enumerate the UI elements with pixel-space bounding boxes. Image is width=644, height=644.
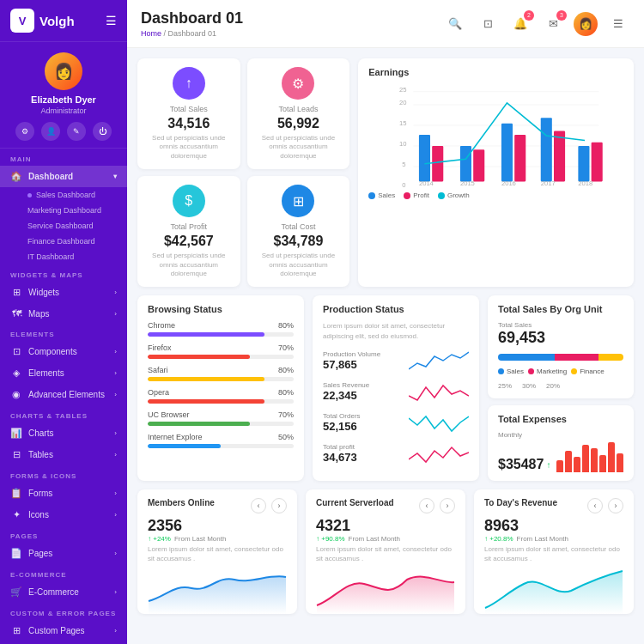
sidebar-item-charts[interactable]: 📊 Charts ›	[0, 422, 127, 444]
sidebar-item-tables[interactable]: ⊟ Tables ›	[0, 444, 127, 465]
sidebar-item-ecommerce[interactable]: 🛒 E-Commerce ›	[0, 581, 127, 603]
svg-rect-18	[514, 135, 526, 182]
user-icon[interactable]: 👤	[41, 122, 60, 141]
edit-icon[interactable]: ✎	[67, 122, 86, 141]
prev-button[interactable]: ‹	[419, 498, 434, 513]
total-sales-icon: ↑	[173, 67, 205, 100]
legend-profit: Profit	[404, 191, 429, 199]
sidebar-item-maps[interactable]: 🗺 Maps ›	[0, 303, 127, 324]
middle-row: Browsing Status Chrome80% Firefox70%	[137, 295, 634, 481]
breadcrumb-home[interactable]: Home	[141, 29, 161, 38]
legend-dot-sales	[368, 192, 375, 199]
chevron-right-icon: ›	[114, 451, 117, 459]
safari-bar	[148, 377, 294, 381]
expenses-label: Monthly	[498, 431, 623, 439]
next-button[interactable]: ›	[440, 498, 455, 513]
svg-rect-15	[579, 146, 590, 181]
adv-elements-icon: ◉	[10, 389, 22, 400]
chevron-right-icon: ›	[114, 348, 117, 355]
members-growth: ↑ +24%	[148, 535, 171, 543]
sidebar-item-icons[interactable]: ✦ Icons ›	[0, 504, 127, 526]
avatar: 👩	[45, 52, 82, 90]
server-desc: Lorem ipsum dolor sit amet, consectetur …	[316, 545, 455, 563]
browsing-card: Browsing Status Chrome80% Firefox70%	[137, 295, 304, 481]
svg-text:2014: 2014	[419, 179, 434, 187]
total-sales-desc: Sed ut perspiciatis unde omnis accusanti…	[148, 134, 230, 161]
power-icon[interactable]: ⏻	[93, 122, 112, 141]
maps-icon: 🗺	[10, 308, 22, 319]
org-total-label: Total Sales	[498, 321, 623, 329]
chevron-right-icon: ›	[114, 550, 117, 557]
page-title: Dashboard 01	[141, 9, 443, 27]
total-sales-label: Total Sales	[170, 105, 208, 113]
page-header: Dashboard 01 Home / Dashboard 01 🔍 ⊡ 🔔 2…	[127, 0, 644, 48]
dot-icon	[27, 193, 32, 197]
sidebar-item-service[interactable]: Service Dashboard	[0, 218, 127, 234]
message-button[interactable]: ✉ 3	[541, 12, 565, 36]
sidebar-item-widgets[interactable]: ⊞ Widgets ›	[0, 282, 127, 303]
chevron-right-icon: ›	[114, 588, 117, 596]
chevron-right-icon: ›	[114, 289, 117, 296]
members-desc: Lorem ipsum dolor sit amet, consectetur …	[148, 545, 287, 563]
sidebar-item-forms[interactable]: 📋 Forms ›	[0, 483, 127, 504]
stat-card-total-leads: ⚙ Total Leads 56,992 Sed ut perspiciatis…	[247, 58, 350, 169]
members-value: 2356	[148, 517, 287, 535]
earnings-svg: 0 5 10 15 20 25	[368, 84, 623, 187]
browser-ie: Internet Explore50%	[148, 433, 294, 448]
total-cost-desc: Sed ut perspiciatis unde omnis accusanti…	[258, 252, 340, 278]
earnings-title: Earnings	[368, 67, 623, 77]
svg-text:2016: 2016	[501, 179, 516, 187]
sidebar-item-label: Elements	[28, 368, 64, 378]
header-actions: 🔍 ⊡ 🔔 2 ✉ 3 👩 ☰	[443, 12, 630, 36]
settings-icon[interactable]: ⚙	[15, 122, 34, 141]
prod-stat-profit: Total profit 34,673	[323, 440, 469, 466]
org-legend-sales: Sales	[498, 368, 524, 375]
expenses-title: Total Expenses	[498, 414, 623, 424]
sidebar: V Volgh ☰ 👩 Elizabeth Dyer Administrator…	[0, 0, 127, 644]
total-cost-icon: ⊞	[282, 185, 314, 217]
org-bar	[498, 354, 623, 361]
sidebar-item-pages[interactable]: 📄 Pages ›	[0, 543, 127, 564]
sidebar-item-elements[interactable]: ◈ Elements ›	[0, 362, 127, 384]
bottom-card-members: Members Online ‹ › 2356 ↑ +24% From Last…	[137, 489, 297, 614]
sidebar-item-advanced-elements[interactable]: ◉ Advanced Elements ›	[0, 384, 127, 405]
menu-icon[interactable]: ☰	[606, 12, 630, 36]
prod-stat-orders: Total Orders 52,156	[323, 410, 469, 435]
revenue-title: To Day's Revenue	[484, 498, 557, 507]
opera-bar	[148, 399, 294, 404]
org-bar-marketing	[555, 354, 598, 361]
chevron-right-icon: ›	[114, 429, 117, 437]
sidebar-item-label: Tables	[28, 450, 53, 459]
chrome-bar	[148, 332, 294, 337]
fullscreen-button[interactable]: ⊡	[476, 12, 500, 36]
legend-growth: Growth	[438, 191, 470, 199]
sidebar-item-custom-pages[interactable]: ⊞ Custom Pages ›	[0, 620, 127, 641]
sidebar-item-sales-dashboard[interactable]: Sales Dashboard	[0, 187, 127, 203]
hamburger-icon[interactable]: ☰	[106, 14, 117, 27]
sidebar-item-label: Widgets	[28, 288, 59, 297]
prev-button[interactable]: ‹	[587, 498, 603, 513]
next-button[interactable]: ›	[608, 498, 623, 513]
sub-item-label: IT Dashboard	[27, 252, 74, 261]
search-button[interactable]: 🔍	[443, 12, 467, 36]
next-button[interactable]: ›	[271, 498, 287, 513]
tables-icon: ⊟	[10, 449, 22, 460]
sidebar-item-label: Charts	[28, 428, 53, 438]
user-avatar[interactable]: 👩	[574, 12, 598, 36]
sidebar-item-dashboard[interactable]: 🏠 Dashboard ▾	[0, 166, 127, 187]
sparkline-orders	[409, 410, 469, 435]
sidebar-item-marketing[interactable]: Marketing Dashboard	[0, 203, 127, 218]
sidebar-item-finance[interactable]: Finance Dashboard	[0, 234, 127, 249]
svg-text:10: 10	[399, 140, 406, 148]
notification-button[interactable]: 🔔 2	[508, 12, 532, 36]
sidebar-item-components[interactable]: ⊡ Components ›	[0, 341, 127, 362]
org-legend: Sales Marketing Finance	[498, 368, 623, 375]
svg-rect-20	[592, 143, 603, 182]
section-charts-title: CHARTS & TABLES	[0, 405, 127, 422]
sidebar-item-it[interactable]: IT Dashboard	[0, 249, 127, 264]
section-widgets-title: WIDGETS & MAPS	[0, 264, 127, 282]
prev-button[interactable]: ‹	[251, 498, 266, 513]
stat-card-total-sales: ↑ Total Sales 34,516 Sed ut perspiciatis…	[137, 58, 240, 169]
section-forms-title: FORMS & ICONS	[0, 465, 127, 483]
section-pages-title: PAGES	[0, 526, 127, 543]
